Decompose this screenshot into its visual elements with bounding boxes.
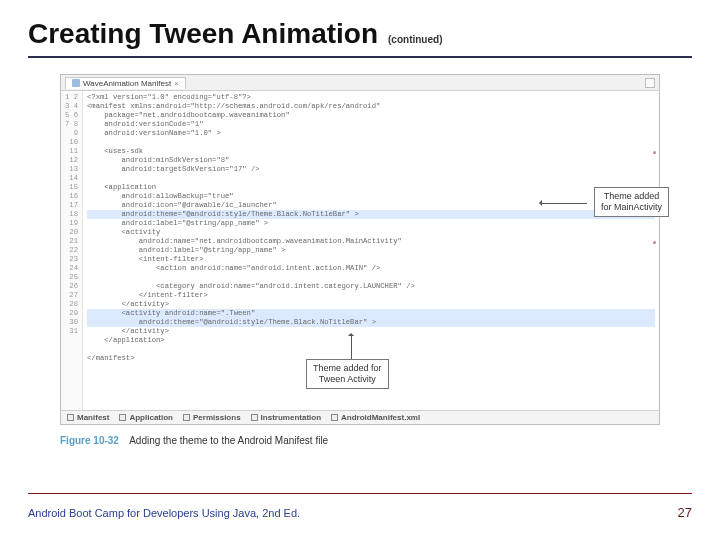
figure-caption: Figure 10-32 Adding the theme to the And…	[60, 435, 660, 446]
bottom-tab-application[interactable]: Application	[119, 413, 173, 422]
tab-icon	[183, 414, 190, 421]
tab-icon	[331, 414, 338, 421]
title-underline	[28, 56, 692, 58]
title-row: Creating Tween Animation (continued)	[28, 18, 692, 50]
line-number-gutter: 1 2 3 4 5 6 7 8 9 10 11 12 13 14 15 16 1…	[61, 91, 83, 410]
bottom-tab-label: Permissions	[193, 413, 241, 422]
figure-number: Figure 10-32	[60, 435, 119, 446]
arrow-icon	[541, 203, 587, 204]
bottom-tab-instrumentation[interactable]: Instrumentation	[251, 413, 321, 422]
file-icon	[72, 79, 80, 87]
bottom-tab-label: Manifest	[77, 413, 109, 422]
close-icon[interactable]: ×	[174, 79, 179, 88]
callout-tween-activity: Theme added for Tween Activity	[306, 359, 389, 389]
figure-caption-text: Adding the theme to the Android Manifest…	[129, 435, 328, 446]
tab-icon	[119, 414, 126, 421]
arrow-icon	[351, 335, 352, 359]
editor-frame: WaveAnimation Manifest × 1 2 3 4 5 6 7 8…	[60, 74, 660, 425]
bottom-tab-label: Instrumentation	[261, 413, 321, 422]
tab-icon	[251, 414, 258, 421]
slide-title: Creating Tween Animation	[28, 18, 378, 50]
editor-bottom-tabs: Manifest Application Permissions Instrum…	[61, 410, 659, 424]
editor-tabbar: WaveAnimation Manifest ×	[61, 75, 659, 91]
bottom-tab-label: AndroidManifest.xml	[341, 413, 420, 422]
footer: Android Boot Camp for Developers Using J…	[28, 505, 692, 520]
tab-icon	[67, 414, 74, 421]
callout-main-activity: Theme added for MainActivity	[594, 187, 669, 217]
editor-tab-label: WaveAnimation Manifest	[83, 79, 171, 88]
bottom-tab-manifest[interactable]: Manifest	[67, 413, 109, 422]
footer-divider	[28, 493, 692, 495]
page-number: 27	[678, 505, 692, 520]
editor-tab[interactable]: WaveAnimation Manifest ×	[65, 77, 186, 89]
footer-book-title: Android Boot Camp for Developers Using J…	[28, 507, 300, 519]
bottom-tab-androidmanifest[interactable]: AndroidManifest.xml	[331, 413, 420, 422]
marker-icon	[653, 151, 656, 154]
minimize-icon[interactable]	[645, 78, 655, 88]
bottom-tab-label: Application	[129, 413, 173, 422]
continued-label: (continued)	[388, 34, 442, 45]
bottom-tab-permissions[interactable]: Permissions	[183, 413, 241, 422]
marker-icon	[653, 241, 656, 244]
